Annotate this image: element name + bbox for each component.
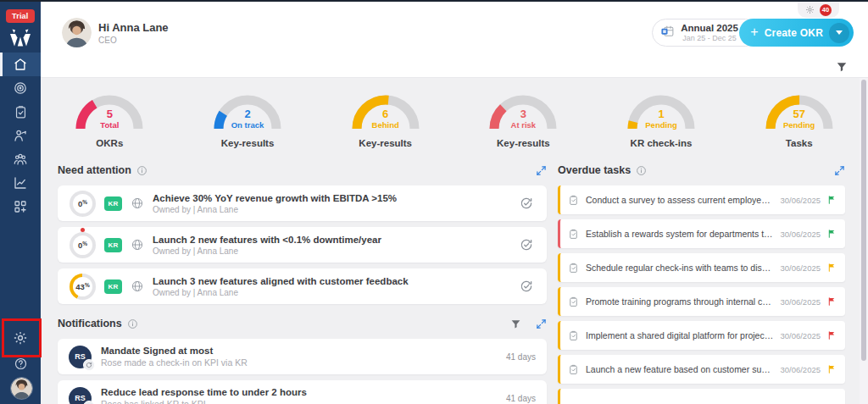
sidebar-item-checkins[interactable]: [0, 100, 41, 124]
priority-flag-icon[interactable]: [827, 330, 837, 340]
progress-ring: 0%: [70, 232, 96, 258]
task-title: Schedule regular check-ins with teams to…: [586, 263, 773, 273]
priority-flag-icon[interactable]: [827, 296, 837, 307]
expand-icon[interactable]: [536, 318, 547, 329]
progress-ring: 0%: [70, 191, 96, 217]
sidebar-item-okrs[interactable]: [0, 76, 41, 100]
create-okr-label: Create OKR: [765, 27, 823, 39]
gear-icon: [13, 330, 28, 346]
gauge-okrs-0[interactable]: 5TotalOKRs: [41, 92, 179, 148]
dashboard-filter-icon[interactable]: [836, 61, 848, 76]
greeting-title: Hi Anna Lane: [98, 21, 169, 34]
task-item[interactable]: Schedule regular check-ins with teams to…: [558, 253, 845, 282]
notification-avatar: RS: [69, 346, 92, 368]
task-due-date: 30/06/2025: [780, 297, 821, 307]
need-attention-item[interactable]: 0%KRLaunch 2 new features with <0.1% dow…: [58, 227, 547, 263]
notification-subtitle: Rose has linked KR to KPI: [101, 399, 497, 404]
notification-title: Mandate Signed at most: [101, 346, 497, 356]
sidebar-item-team[interactable]: [0, 147, 41, 171]
notification-item[interactable]: RSMandate Signed at mostRose made a chec…: [58, 339, 547, 374]
gauge-status: At risk: [487, 121, 559, 130]
need-attention-item[interactable]: 0%KRAchieve 30% YoY revenue growth with …: [58, 185, 547, 221]
gauge-value: 3: [487, 108, 559, 121]
notification-time: 41 days: [506, 394, 536, 403]
globe-icon: [131, 279, 144, 293]
gauge-key-results-1[interactable]: 2On trackKey-results: [179, 92, 317, 148]
expand-icon[interactable]: [536, 165, 547, 176]
top-settings-pill[interactable]: 40: [798, 2, 839, 18]
check-in-button[interactable]: [518, 278, 535, 295]
gauge-status: Total: [73, 121, 146, 130]
gauge-key-results-3[interactable]: 3At riskKey-results: [454, 92, 593, 148]
checkin-mini-icon: [83, 401, 95, 404]
apps-grid-icon: [13, 199, 28, 214]
sidebar-item-apps[interactable]: [0, 195, 41, 219]
priority-flag-icon[interactable]: [827, 195, 837, 205]
sidebar-item-home[interactable]: [0, 53, 41, 76]
info-icon[interactable]: [136, 165, 147, 176]
priority-flag-icon[interactable]: [827, 364, 837, 374]
create-okr-dropdown[interactable]: [829, 23, 849, 43]
task-due-date: 30/06/2025: [780, 331, 821, 340]
gauge-status: Pending: [763, 121, 836, 130]
clipboard-task-icon: [568, 229, 579, 240]
check-in-button[interactable]: [518, 195, 535, 212]
task-due-date: 30/06/2025: [780, 263, 821, 273]
need-attention-item[interactable]: 43%KRLaunch 3 new features aligned with …: [58, 268, 547, 304]
dashboard-content: 5TotalOKRs2On trackKey-results6BehindKey…: [41, 78, 868, 404]
sidebar-profile-avatar[interactable]: [10, 377, 33, 400]
notifications-filter-icon[interactable]: [510, 318, 521, 329]
gauge-value: 5: [73, 108, 146, 121]
gauge-label: OKRs: [96, 138, 123, 148]
sidebar-item-coaching[interactable]: [0, 124, 41, 147]
gauge-value: 2: [211, 108, 284, 121]
home-icon: [13, 57, 28, 72]
weekdone-logo-icon[interactable]: [0, 29, 41, 50]
user-avatar[interactable]: [62, 18, 92, 47]
task-item[interactable]: Implement a shared digital platform for …: [558, 321, 845, 350]
need-attention-header: Need attention: [58, 162, 547, 179]
gauge-kr-check-ins-4[interactable]: 1PendingKR check-ins: [593, 92, 731, 148]
priority-flag-icon[interactable]: [827, 229, 837, 239]
gauge-key-results-2[interactable]: 6BehindKey-results: [316, 92, 454, 148]
task-due-date: 30/06/2025: [780, 196, 821, 205]
gauge-label: Key-results: [359, 138, 412, 148]
notification-item[interactable]: RSReduce lead response time to under 2 h…: [58, 380, 547, 404]
scrollbar-thumb[interactable]: [861, 80, 866, 361]
gauge-label: Tasks: [786, 138, 813, 148]
alert-dot: [81, 228, 85, 232]
kr-badge: KR: [104, 238, 122, 252]
task-item[interactable]: Launch a new feature based on customer s…: [558, 355, 845, 384]
task-title: Establish a rewards system for departmen…: [586, 229, 773, 239]
check-in-button[interactable]: [518, 236, 535, 253]
info-icon[interactable]: [636, 165, 647, 176]
gauge-status: Behind: [349, 121, 422, 130]
clipboard-icon: [14, 105, 28, 119]
notifications-list: RSMandate Signed at mostRose made a chec…: [58, 339, 547, 404]
task-item[interactable]: Establish a rewards system for departmen…: [558, 219, 845, 248]
sidebar-item-reports[interactable]: [0, 171, 41, 195]
expand-icon[interactable]: [834, 165, 845, 176]
mini-gear-icon[interactable]: [805, 3, 815, 18]
kr-badge: KR: [104, 279, 122, 294]
kr-owner: Owned by | Anna Lane: [153, 205, 509, 214]
help-icon: [14, 357, 28, 371]
sidebar-item-help[interactable]: [0, 351, 41, 375]
task-item[interactable]: Conduct a survey to assess current emplo…: [558, 185, 845, 214]
gauge-tasks-5[interactable]: 57PendingTasks: [730, 92, 868, 148]
clipboard-task-icon: [568, 263, 579, 274]
priority-flag-icon[interactable]: [827, 263, 837, 273]
overdue-tasks-header: Overdue tasks: [558, 162, 845, 179]
create-okr-button[interactable]: + Create OKR: [739, 19, 854, 47]
overdue-tasks-title: Overdue tasks: [558, 164, 631, 176]
sidebar-item-settings[interactable]: [0, 326, 41, 350]
task-item[interactable]: Promote training programs through intern…: [558, 287, 845, 316]
info-icon[interactable]: [127, 318, 138, 329]
kr-title: Launch 3 new features aligned with custo…: [153, 276, 509, 286]
need-attention-list: 0%KRAchieve 30% YoY revenue growth with …: [58, 185, 547, 304]
notifications-count-badge[interactable]: 40: [820, 4, 832, 16]
task-title: Conduct a survey to assess current emplo…: [586, 195, 773, 205]
gauge-value: 57: [763, 108, 836, 121]
task-item-partial[interactable]: [558, 389, 845, 404]
globe-icon: [131, 196, 144, 210]
